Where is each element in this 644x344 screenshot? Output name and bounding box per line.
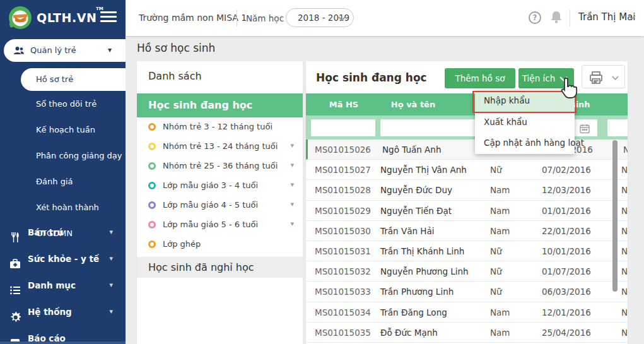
group-color-ring-icon bbox=[148, 123, 156, 131]
chevron-down-icon[interactable]: ▾ bbox=[290, 181, 294, 189]
class-group-item[interactable]: Lớp ghép bbox=[137, 235, 303, 254]
brand-name: QLTH.VN bbox=[37, 11, 97, 25]
user-menu[interactable]: Trần Thị Mai bbox=[578, 11, 636, 23]
dob-cell: 07/02/2016 bbox=[542, 165, 591, 175]
gender-cell: Nam bbox=[490, 328, 510, 338]
table-row[interactable]: MS01015033Trần Phương LinhNữ06/03/2016N bbox=[306, 282, 628, 302]
utilities-dropdown-menu: Nhập khẩuXuất khẩuCập nhật ảnh hàng loạt bbox=[475, 90, 575, 154]
sidebar-item-label: Sức khỏe - y tế bbox=[28, 246, 99, 272]
class-group-item[interactable]: Lớp mẫu giáo 5 - 6 tuổi▾ bbox=[137, 215, 303, 235]
student-name-cell: Ngô Tuấn Anh bbox=[382, 145, 441, 155]
sidebar-subitem[interactable]: Đánh giá bbox=[0, 169, 126, 194]
clipped-cell: N bbox=[621, 328, 628, 338]
clipped-cell: N bbox=[621, 185, 628, 195]
sidebar-item-utensils[interactable]: Bán trú▾ bbox=[0, 219, 126, 246]
table-row[interactable]: MS01015029Nguyễn Tiến ĐạtNam01/01/2016N bbox=[306, 201, 628, 221]
student-code-cell: MS01015032 bbox=[315, 266, 371, 276]
printer-icon bbox=[588, 70, 604, 87]
clipped-cell: N bbox=[621, 226, 628, 236]
student-code-cell: MS01015030 bbox=[315, 226, 371, 236]
chevron-down-icon[interactable]: ▾ bbox=[290, 200, 294, 208]
table-header-row: Mã HSHọ và tênGiới tínhNgày sinh bbox=[306, 93, 628, 116]
dob-cell: 01/01/2016 bbox=[542, 206, 591, 216]
filter-partial-input[interactable] bbox=[607, 119, 628, 136]
table-scrollbar[interactable] bbox=[612, 140, 618, 292]
brand-row: QLTH.VN TM bbox=[0, 0, 126, 36]
student-name-cell: Trần Văn Hải bbox=[380, 226, 434, 236]
clipped-cell: N bbox=[621, 246, 628, 256]
dob-cell: 10/01/2016 bbox=[542, 246, 591, 256]
table-row[interactable]: MS01015031Trần Thị Khánh LinhNữ10/01/201… bbox=[306, 241, 628, 261]
group-color-ring-icon bbox=[148, 201, 156, 209]
dob-cell: 25/04/2016 bbox=[542, 328, 591, 338]
group-color-ring-icon bbox=[148, 240, 156, 248]
student-name-cell: Trần Phương Linh bbox=[380, 287, 454, 297]
chevron-down-icon bbox=[628, 15, 636, 20]
group-hoc-sinh-dang-hoc[interactable]: Học sinh đang học bbox=[137, 93, 303, 117]
class-group-label: Nhóm trẻ 13 - 24 tháng tuổi bbox=[163, 141, 278, 151]
student-name-cell: Nguyễn Phương Linh bbox=[380, 266, 469, 276]
sidebar-item-gear[interactable]: Hệ thống▾ bbox=[0, 299, 126, 325]
chevron-down-icon: ▾ bbox=[109, 246, 113, 272]
notifications-bell-icon[interactable] bbox=[550, 10, 563, 27]
filter-code-input[interactable] bbox=[311, 119, 375, 136]
chevron-down-icon: ▾ bbox=[108, 45, 112, 54]
sidebar-item-label: Quản lý trẻ bbox=[30, 45, 76, 55]
sidebar-subitem[interactable]: Kế hoạch tuần bbox=[0, 117, 126, 143]
sidebar: QLTH.VN TM Quản lý trẻ ▾ Hồ sơ trẻSổ the… bbox=[0, 0, 126, 344]
table-row[interactable]: MS01015034Trần Đăng LongNam12/01/2016N bbox=[306, 302, 628, 323]
group-hoc-sinh-da-nghi-hoc[interactable]: Học sinh đã nghỉ học bbox=[137, 257, 303, 278]
students-table-panel: Học sinh đang học Thêm hồ sơ Tiện ích Mã… bbox=[306, 61, 628, 344]
brand-trademark: TM bbox=[96, 6, 103, 11]
sidebar-item-label: Bán trú bbox=[28, 219, 63, 246]
sidebar-subitem-active[interactable]: Hồ sơ trẻ bbox=[21, 68, 126, 91]
table-row[interactable]: MS01015027Nguyễn Thị Vân AnhNữ07/02/2016… bbox=[306, 160, 628, 180]
table-row[interactable]: MS01015035Đỗ Đức MạnhNam25/04/2016N bbox=[306, 323, 628, 343]
sidebar-item-medkit[interactable]: Sức khỏe - y tế▾ bbox=[0, 246, 126, 272]
sidebar-subitem[interactable]: Phân công giảng dạy bbox=[0, 143, 126, 169]
utilities-button-label: Tiện ích bbox=[522, 73, 555, 83]
table-row[interactable]: MS01015032Nguyễn Phương LinhNữ01/07/2016… bbox=[306, 261, 628, 282]
class-group-item[interactable]: Lớp mẫu giáo 3 - 4 tuổi▾ bbox=[137, 176, 303, 196]
dropdown-item[interactable]: Cập nhật ảnh hàng loạt bbox=[475, 133, 575, 154]
help-icon[interactable]: ? bbox=[529, 11, 541, 24]
sidebar-item-label: Danh mục bbox=[28, 272, 76, 299]
chevron-down-icon[interactable]: ▾ bbox=[290, 161, 294, 169]
chevron-down-icon: ▾ bbox=[109, 272, 113, 299]
clipped-cell: N bbox=[621, 287, 628, 297]
add-record-button[interactable]: Thêm hồ sơ bbox=[445, 68, 515, 88]
app-window: QLTH.VN TM Quản lý trẻ ▾ Hồ sơ trẻSổ the… bbox=[0, 0, 644, 344]
group-color-ring-icon bbox=[148, 221, 156, 228]
sidebar-subitem[interactable]: Sổ theo dõi trẻ bbox=[0, 91, 126, 117]
sidebar-subitem-label: Hồ sơ trẻ bbox=[36, 74, 73, 84]
school-year-select[interactable]: 2018 - 2019 bbox=[286, 8, 354, 27]
student-code-cell: MS01015031 bbox=[315, 246, 371, 256]
sidebar-subitem[interactable]: Xét hoàn thành CTGDMN bbox=[0, 194, 126, 220]
chevron-down-icon[interactable]: ▾ bbox=[290, 220, 294, 228]
class-group-item[interactable]: Lớp mẫu giáo 4 - 5 tuổi▾ bbox=[137, 196, 303, 215]
class-group-item[interactable]: Nhóm trẻ 25 - 36 tháng tuổi▾ bbox=[137, 157, 303, 176]
dropdown-item[interactable]: Nhập khẩu bbox=[475, 90, 575, 112]
sidebar-item-label: Hệ thống bbox=[28, 299, 72, 325]
group-color-ring-icon bbox=[148, 162, 156, 170]
gender-cell: Nam bbox=[490, 226, 510, 236]
menu-toggle-icon[interactable] bbox=[100, 11, 117, 24]
table-row[interactable]: MS01015028Nguyễn Đức DuyNam12/03/2016N bbox=[306, 180, 628, 200]
table-row[interactable]: MS01015030Trần Văn HảiNam22/01/2016N bbox=[306, 221, 628, 241]
chevron-down-icon bbox=[612, 76, 619, 80]
year-label: Năm học bbox=[246, 13, 284, 23]
student-code-cell: MS01015028 bbox=[315, 185, 371, 195]
utilities-button[interactable]: Tiện ích bbox=[518, 68, 574, 88]
class-group-item[interactable]: Nhóm trẻ 3 - 12 tháng tuổi bbox=[137, 117, 303, 137]
filter-name-input[interactable] bbox=[380, 119, 476, 136]
sidebar-item-quan-ly-tre[interactable]: Quản lý trẻ ▾ bbox=[4, 39, 126, 62]
print-button[interactable] bbox=[582, 65, 625, 88]
chevron-down-icon[interactable]: ▾ bbox=[290, 141, 294, 150]
divider bbox=[237, 9, 237, 27]
clipped-cell: N bbox=[623, 145, 628, 155]
gender-cell: Nam bbox=[490, 185, 510, 195]
sidebar-item-list[interactable]: Danh mục▾ bbox=[0, 272, 126, 299]
dropdown-item[interactable]: Xuất khẩu bbox=[475, 112, 575, 133]
group-color-ring-icon bbox=[148, 182, 156, 189]
class-group-item[interactable]: Nhóm trẻ 13 - 24 tháng tuổi▾ bbox=[137, 137, 303, 157]
